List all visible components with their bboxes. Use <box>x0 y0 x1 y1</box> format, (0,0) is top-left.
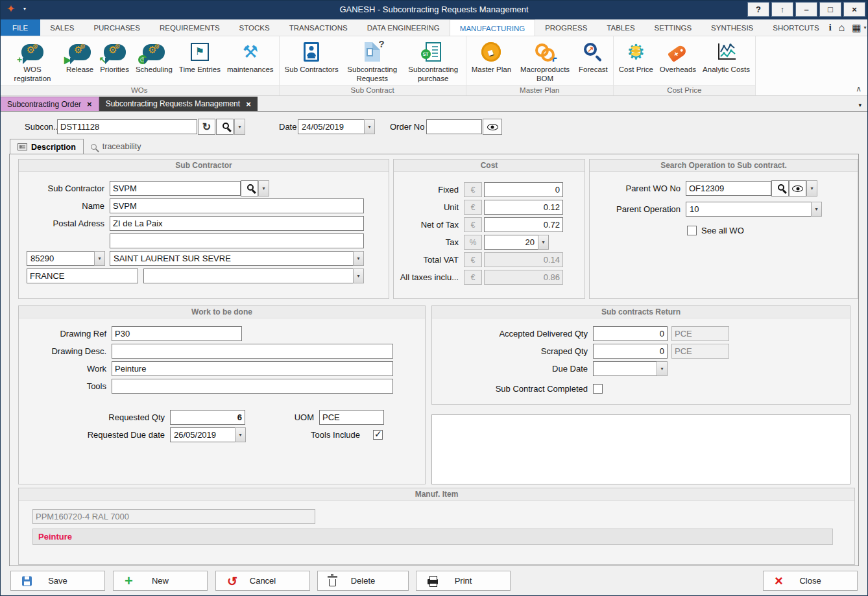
parent-operation-combo[interactable]: 10 ▾ <box>686 202 822 217</box>
print-button[interactable]: Print <box>416 571 511 591</box>
minimize-button[interactable]: – <box>795 2 817 17</box>
tab-purchases[interactable]: PURCHASES <box>84 19 150 36</box>
chevron-down-icon[interactable]: ▾ <box>353 268 364 283</box>
sub-contractor-search-button[interactable] <box>241 180 258 197</box>
tab-requirements[interactable]: REQUIREMENTS <box>150 19 230 36</box>
ribbon-item-overheads[interactable]: + Overheads <box>657 38 699 85</box>
chevron-down-icon[interactable]: ▾ <box>811 202 822 217</box>
requested-qty-input[interactable] <box>170 410 245 425</box>
tab-synthesis[interactable]: SYNTHESIS <box>701 19 763 36</box>
ribbon-item-master-plan[interactable]: ◆ Master Plan <box>468 38 514 85</box>
parent-wo-search-button[interactable] <box>771 180 789 197</box>
ribbon-item-wos-registration[interactable]: ⚙⚙+ WOS registration <box>2 38 63 85</box>
tab-traceability[interactable]: traceability <box>84 139 149 154</box>
doc-tab-subcontracting-order[interactable]: Subcontracting Order × <box>0 97 99 111</box>
tab-file[interactable]: FILE <box>0 19 40 36</box>
save-button[interactable]: Save <box>10 571 105 591</box>
ribbon-item-macroproducts-bom[interactable]: + Macroproducts BOM <box>514 38 575 85</box>
parent-wo-dropdown[interactable]: ▾ <box>806 180 817 197</box>
ribbon-item-subcontracting-requests[interactable]: ? Subcontracting Requests <box>342 38 403 85</box>
net-of-tax-input[interactable] <box>484 217 563 232</box>
maximize-button[interactable]: □ <box>819 2 841 17</box>
postal-address-input[interactable] <box>110 216 364 231</box>
delete-button[interactable]: Delete <box>317 571 409 591</box>
ribbon-item-sub-contractors[interactable]: Sub Contractors <box>282 38 342 85</box>
calculator-dropdown-icon[interactable]: ▾ <box>863 25 866 30</box>
close-tab-icon[interactable]: × <box>246 100 251 108</box>
sub-contractor-search-dropdown[interactable]: ▾ <box>258 180 269 197</box>
due-date-combo[interactable]: ▾ <box>593 361 668 376</box>
zip-combo[interactable]: 85290 ▾ <box>27 251 105 266</box>
tab-data-engineering[interactable]: DATA ENGINEERING <box>357 19 450 36</box>
ribbon-item-maintenances[interactable]: ⚒ maintenances <box>224 38 277 85</box>
tab-stocks[interactable]: STOCKS <box>230 19 280 36</box>
ribbon-item-forecast[interactable]: ↗ Forecast <box>575 38 611 85</box>
help-button[interactable]: ? <box>747 2 769 17</box>
scraped-qty-input[interactable] <box>593 344 668 359</box>
chevron-down-icon[interactable]: ▾ <box>235 427 246 442</box>
accepted-delivered-qty-input[interactable] <box>593 326 668 341</box>
work-input[interactable] <box>112 361 393 376</box>
chevron-down-icon[interactable]: ▾ <box>353 251 364 266</box>
fixed-input[interactable] <box>484 182 563 197</box>
subcon-search-dropdown[interactable]: ▾ <box>234 119 245 135</box>
parent-wo-view-button[interactable] <box>789 180 806 197</box>
order-no-input[interactable] <box>426 119 482 134</box>
ribbon-item-scheduling[interactable]: ⚙⚙◷ Scheduling <box>132 38 176 85</box>
tax-combo[interactable]: 20 ▾ <box>484 235 549 250</box>
drawing-desc-input[interactable] <box>112 344 393 359</box>
tab-sales[interactable]: SALES <box>40 19 84 36</box>
tab-shortcuts[interactable]: SHORTCUTS <box>763 19 828 36</box>
ribbon-item-release[interactable]: ⚙⚙▶ Release <box>63 38 97 85</box>
region-combo[interactable]: ▾ <box>143 268 364 283</box>
close-tab-icon[interactable]: × <box>87 100 92 108</box>
tab-tables[interactable]: TABLES <box>597 19 644 36</box>
return-notes-textarea[interactable] <box>431 414 850 484</box>
see-all-wo-checkbox[interactable] <box>687 226 697 235</box>
new-button[interactable]: + New <box>113 571 208 591</box>
close-window-button[interactable]: × <box>843 2 865 17</box>
drawing-ref-input[interactable] <box>112 326 242 341</box>
date-combo[interactable]: 24/05/2019 ▾ <box>298 119 375 134</box>
subcon-refresh-button[interactable]: ↻ <box>198 119 215 135</box>
subcon-input[interactable] <box>57 119 197 134</box>
ribbon-item-priorities[interactable]: ⚙⚙↖ Priorities <box>97 38 132 85</box>
tab-list-dropdown-icon[interactable]: ▾ <box>858 102 868 111</box>
close-button[interactable]: × Close <box>763 571 858 591</box>
requested-due-date-combo[interactable]: 26/05/2019 ▾ <box>170 427 246 442</box>
name-input[interactable] <box>110 198 364 213</box>
tools-input[interactable] <box>112 379 393 394</box>
sub-contractor-code-input[interactable] <box>110 181 241 196</box>
info-icon[interactable]: i <box>829 23 832 33</box>
home-icon[interactable]: ⌂ <box>839 22 845 34</box>
sub-contract-completed-checkbox[interactable] <box>593 384 603 394</box>
chevron-down-icon[interactable]: ▾ <box>657 361 668 376</box>
ribbon-item-label: Scheduling <box>136 66 173 75</box>
cancel-button[interactable]: ↺ Cancel <box>215 571 310 591</box>
doc-tab-subcontracting-requests-management[interactable]: Subcontracting Requests Management × <box>99 97 258 111</box>
ribbon-collapse-icon[interactable]: ∧ <box>856 84 862 93</box>
ribbon-item-analytic-costs[interactable]: Analytic Costs <box>699 38 753 85</box>
subcon-search-button[interactable] <box>216 119 234 135</box>
ribbon-item-time-entries[interactable]: ⚑ Time Entries <box>176 38 224 85</box>
ribbon-item-cost-price[interactable]: ⚙ Cost Price <box>616 38 657 85</box>
unit-cost-input[interactable] <box>484 200 563 215</box>
tab-transactions[interactable]: TRANSACTIONS <box>280 19 357 36</box>
country-input[interactable] <box>27 268 138 283</box>
city-combo[interactable]: SAINT LAURENT SUR SEVRE ▾ <box>110 251 364 266</box>
uom-input[interactable] <box>319 410 384 425</box>
parent-wo-input[interactable] <box>686 181 771 196</box>
calculator-icon[interactable]: ▦ <box>852 22 861 34</box>
chevron-down-icon[interactable]: ▾ <box>94 251 105 266</box>
order-view-button[interactable] <box>483 119 502 135</box>
address-line2-input[interactable] <box>110 233 364 248</box>
tab-progress[interactable]: PROGRESS <box>535 19 597 36</box>
tools-include-checkbox[interactable] <box>373 430 383 440</box>
ribbon-item-subcontracting-purchase[interactable]: ST Subcontracting purchase <box>403 38 464 85</box>
chevron-down-icon[interactable]: ▾ <box>538 235 549 250</box>
chevron-down-icon[interactable]: ▾ <box>364 119 375 134</box>
expand-button[interactable]: ↑ <box>771 2 793 17</box>
tab-settings[interactable]: SETTINGS <box>645 19 702 36</box>
tab-description[interactable]: Description <box>10 139 84 154</box>
tab-manufacturing[interactable]: MANUFACTURING <box>450 19 535 36</box>
